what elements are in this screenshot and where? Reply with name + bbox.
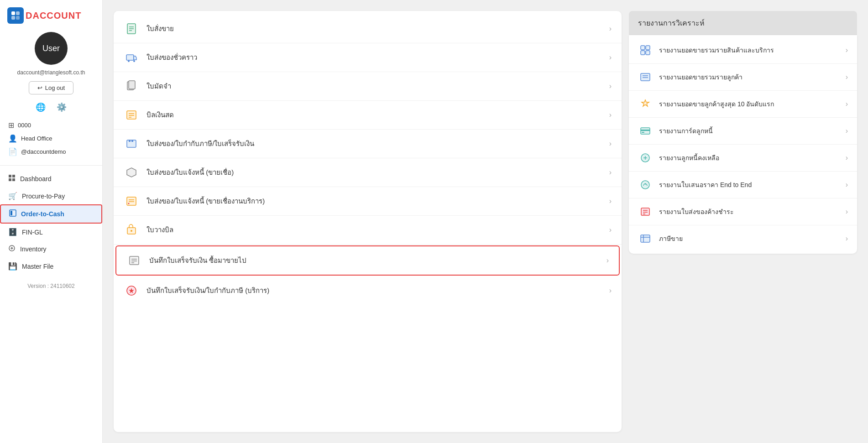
sidebar-item-procure-to-pay[interactable]: 🛒 Procure-to-Pay	[0, 188, 102, 204]
svg-rect-0	[11, 11, 15, 15]
delivery-debit-service-label: ใบส่งของ/ใบแจ้งหนี้ (ขายเชื่องานบริการ)	[146, 196, 265, 207]
svg-point-53	[641, 181, 649, 189]
menu-item-delivery-debit-service[interactable]: ใบส่งของ/ใบแจ้งหนี้ (ขายเชื่องานบริการ) …	[114, 187, 622, 216]
chevron-report-sales-customer: ›	[846, 73, 848, 81]
temp-delivery-icon	[124, 50, 139, 65]
svg-rect-27	[129, 140, 131, 142]
report-pending-delivery-label: รายงานใบส่งของค้างชำระ	[659, 207, 734, 217]
report-item-sales-product[interactable]: รายงานยอดขายรวมรายสินค้าและบริการ ›	[629, 37, 857, 64]
svg-rect-21	[129, 81, 135, 89]
menu-item-delivery-debit-sell[interactable]: ใบส่งของ/ใบแจ้งหนี้ (ขายเชื่อ) ›	[114, 158, 622, 187]
menu-item-sales-order[interactable]: ใบสั่งขาย ›	[114, 15, 622, 43]
svg-rect-3	[16, 16, 20, 20]
chevron-temp-delivery: ›	[609, 53, 612, 62]
report-sales-product-icon	[638, 43, 653, 57]
report-item-credit-card[interactable]: รายงานการ์ดลูกหนี้ ›	[629, 118, 857, 145]
delivery-tax-icon	[124, 136, 139, 151]
sidebar-icons-row: 🌐 ⚙️	[34, 101, 68, 114]
svg-rect-22	[127, 111, 136, 119]
report-item-top-customer[interactable]: รายงานยอดขายลูกค้าสูงสุด 10 อันดับแรก ›	[629, 91, 857, 118]
reports-panel-body: รายงานยอดขายรวมรายสินค้าและบริการ › รายง…	[629, 35, 857, 254]
svg-rect-7	[12, 178, 15, 181]
report-debtors-icon	[638, 151, 653, 165]
sidebar: DACCOUNT User daccount@trianglesoft.co.t…	[0, 0, 103, 443]
dashboard-label: Dashboard	[20, 175, 52, 182]
globe-icon[interactable]: 🌐	[34, 101, 47, 114]
svg-rect-2	[11, 16, 15, 20]
svg-rect-29	[127, 197, 136, 205]
menu-item-invoice-place[interactable]: ใบวางบิล ›	[114, 216, 622, 245]
fingl-label: FIN-GL	[22, 229, 43, 236]
svg-rect-6	[9, 178, 11, 181]
svg-rect-35	[130, 256, 139, 265]
branch-icon: ⊞	[8, 121, 14, 130]
sidebar-item-dashboard[interactable]: Dashboard	[0, 170, 102, 188]
sales-order-label: ใบสั่งขาย	[146, 23, 174, 34]
menu-item-memo[interactable]: ใบมัดจำ ›	[114, 72, 622, 101]
sidebar-nav: Dashboard 🛒 Procure-to-Pay Order-to-Cash…	[0, 170, 102, 275]
svg-point-18	[128, 60, 130, 62]
delivery-debit-sell-icon	[124, 165, 139, 180]
menu-item-temp-delivery[interactable]: ใบส่งของชั่วคราว ›	[114, 43, 622, 72]
report-item-price-end-to-end[interactable]: รายงานใบเสนอราคา End to End ›	[629, 172, 857, 198]
chevron-cash-bill: ›	[609, 111, 612, 119]
main-content: ใบสั่งขาย › ใบส่งของชั่วคราว ›	[103, 0, 868, 443]
invoice-place-label: ใบวางบิล	[146, 224, 173, 235]
logout-button[interactable]: ↩ Log out	[29, 81, 73, 94]
order-label: Order-to-Cash	[21, 210, 64, 218]
report-item-sales-customer[interactable]: รายงานยอดขายรวมรายลูกค้า ›	[629, 64, 857, 91]
svg-rect-43	[646, 51, 650, 55]
svg-rect-49	[642, 132, 644, 133]
report-credit-card-label: รายงานการ์ดลูกหนี้	[659, 126, 713, 136]
sidebar-item-fin-gl[interactable]: 🗄️ FIN-GL	[0, 224, 102, 240]
report-sales-product-label: รายงานยอดขายรวมรายสินค้าและบริการ	[659, 45, 774, 55]
report-item-debtors[interactable]: รายงานลูกหนี้คงเหลือ ›	[629, 145, 857, 172]
head-office-row: 👤 Head Office	[8, 134, 94, 143]
menu-item-delivery-tax[interactable]: ใบส่งของ/ใบกำกับภาษี/ใบเสร็จรับเงิน ›	[114, 130, 622, 158]
chevron-delivery-tax: ›	[609, 140, 612, 148]
version-text: Version : 24110602	[19, 278, 83, 294]
svg-point-54	[645, 183, 646, 185]
chevron-memo: ›	[609, 82, 612, 90]
receipt-record-label: บันทึกใบเสร็จรับเงิน ซื้อมาขายไป	[149, 255, 246, 266]
report-item-sales-tax[interactable]: ภาษีขาย ›	[629, 225, 857, 252]
svg-rect-28	[131, 140, 133, 142]
menu-item-receipt-tax[interactable]: บันทึกใบเสร็จรับเงิน/ใบกำกับภาษี (บริการ…	[114, 276, 622, 305]
receipt-tax-icon	[124, 283, 139, 298]
svg-point-34	[131, 230, 132, 232]
svg-rect-42	[641, 51, 645, 55]
sales-order-icon	[124, 21, 139, 36]
logout-icon: ↩	[37, 84, 42, 91]
menu-item-left: ใบสั่งขาย	[124, 21, 174, 36]
cash-bill-icon	[124, 107, 139, 123]
receipt-tax-label: บันทึกใบเสร็จรับเงิน/ใบกำกับภาษี (บริการ…	[146, 285, 269, 296]
person-icon: 👤	[8, 134, 17, 143]
menu-item-cash-bill[interactable]: บิลเงินสด ›	[114, 101, 622, 130]
masterfile-label: Master File	[22, 263, 53, 270]
menu-item-receipt-record[interactable]: บันทึกใบเสร็จรับเงิน ซื้อมาขายไป ›	[115, 245, 620, 276]
report-item-pending-delivery[interactable]: รายงานใบส่งของค้างชำระ ›	[629, 198, 857, 225]
masterfile-icon: 💾	[8, 262, 17, 271]
report-price-end-to-end-label: รายงานใบเสนอราคา End to End	[659, 180, 752, 190]
svg-point-19	[133, 60, 135, 62]
sidebar-item-inventory[interactable]: Inventory	[0, 240, 102, 258]
logo: DACCOUNT	[0, 7, 89, 24]
report-debtors-label: รายงานลูกหนี้คงเหลือ	[659, 153, 719, 163]
sidebar-item-order-to-cash[interactable]: Order-to-Cash	[0, 204, 102, 224]
report-sales-customer-label: รายงานยอดขายรวมรายลูกค้า	[659, 72, 743, 82]
chevron-report-debtors: ›	[846, 154, 848, 162]
logo-icon	[7, 7, 24, 24]
sidebar-info: ⊞ 0000 👤 Head Office 📄 @daccountdemo	[0, 121, 102, 161]
chevron-delivery-debit-sell: ›	[609, 168, 612, 177]
chevron-report-price-end-to-end: ›	[846, 181, 848, 189]
report-top-customer-label: รายงานยอดขายลูกค้าสูงสุด 10 อันดับแรก	[659, 99, 774, 109]
chevron-receipt-record: ›	[607, 256, 609, 265]
chevron-receipt-tax: ›	[609, 287, 612, 295]
gear-icon[interactable]: ⚙️	[55, 101, 68, 114]
chevron-sales-order: ›	[609, 25, 612, 33]
sidebar-item-master-file[interactable]: 💾 Master File	[0, 258, 102, 275]
report-top-customer-icon	[638, 97, 653, 111]
svg-rect-17	[126, 55, 134, 60]
report-sales-tax-icon	[638, 231, 653, 246]
chevron-invoice-place: ›	[609, 226, 612, 234]
